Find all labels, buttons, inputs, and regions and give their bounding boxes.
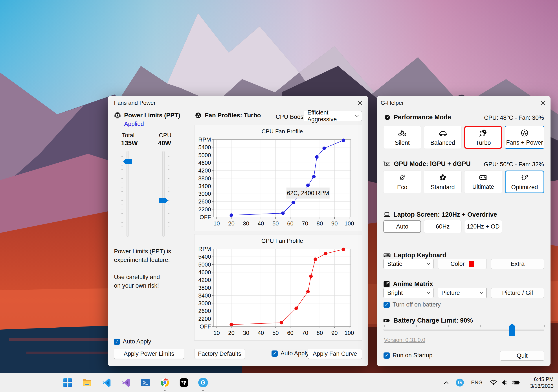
gpu-header-row: GPU Mode: iGPU + dGPU: [383, 160, 471, 167]
g-helper-running-indicator: [202, 390, 204, 391]
svg-text:10: 10: [213, 220, 220, 227]
tidal-icon[interactable]: [177, 376, 191, 389]
cpu-slider-thumb[interactable]: [159, 198, 168, 203]
battery-charging-icon[interactable]: [511, 378, 521, 387]
quit-button[interactable]: Quit: [500, 351, 544, 361]
auto-apply-fan-row: ✓ Auto Apply: [271, 350, 309, 357]
svg-text:4200: 4200: [198, 277, 211, 283]
fan-circle-icon: [520, 129, 529, 137]
cpu-boost-select[interactable]: Efficient Aggressive: [304, 111, 362, 121]
volume-icon[interactable]: [500, 378, 509, 387]
keyboard-header: Laptop Keyboard: [394, 252, 446, 259]
gpu-fan-chart[interactable]: GPU Fan Profile102030405060708090100OFF2…: [194, 234, 362, 340]
svg-text:70: 70: [302, 220, 308, 227]
screen-60hz-button[interactable]: 60Hz: [424, 220, 462, 233]
chrome-icon[interactable]: [158, 376, 171, 389]
version-link[interactable]: Version: 0.31.0.0: [384, 337, 425, 343]
auto-apply-power-checkbox[interactable]: ✓: [114, 339, 120, 345]
turn-off-on-battery-row: ✓ Turn off on battery: [384, 301, 441, 308]
gpu-mode-standard-button[interactable]: Standard: [424, 170, 462, 193]
fan-profiles-header-row: Fan Profiles: Turbo: [195, 112, 261, 119]
cpu-fan-chart[interactable]: CPU Fan Profile102030405060708090100OFF2…: [194, 125, 362, 231]
apply-power-limits-button[interactable]: Apply Power Limits: [114, 349, 184, 359]
g-helper-taskbar-icon[interactable]: G: [196, 376, 210, 389]
svg-text:2600: 2600: [198, 198, 211, 205]
file-explorer-icon[interactable]: [80, 376, 94, 389]
svg-text:40: 40: [258, 220, 264, 227]
keyboard-color-button[interactable]: Color: [438, 259, 487, 269]
g-helper-tray-logo: G: [456, 379, 464, 386]
svg-text:50: 50: [272, 220, 279, 227]
desktop: Fans and Power Power Limits (PPT) Applie…: [0, 0, 558, 392]
auto-apply-fan-checkbox[interactable]: ✓: [271, 350, 278, 357]
applied-link[interactable]: Applied: [124, 121, 144, 127]
performance-mode-silent-button[interactable]: Silent: [383, 126, 421, 149]
gpu-mode-optimized-button[interactable]: Optimized: [505, 170, 544, 193]
cpu-fan-chart-card: CPU Fan Profile102030405060708090100OFF2…: [194, 125, 362, 231]
svg-text:30: 30: [243, 330, 249, 336]
tray-chevron-up-icon[interactable]: [441, 378, 451, 387]
close-icon[interactable]: [538, 98, 548, 108]
tray-language[interactable]: ENG: [471, 379, 483, 386]
anime-brightness-select[interactable]: Bright: [384, 288, 434, 298]
anime-picture-gif-button[interactable]: Picture / Gif: [491, 288, 544, 298]
chrome-running-indicator: [164, 390, 166, 391]
color-button-label: Color: [450, 261, 465, 267]
performance-mode-balanced-button[interactable]: Balanced: [424, 126, 462, 149]
svg-text:4600: 4600: [198, 269, 211, 275]
ppt-note-2: Use carefully and on your own risk!: [114, 273, 160, 290]
keyboard-mode-select[interactable]: Static: [384, 259, 434, 269]
wifi-icon[interactable]: [489, 378, 498, 387]
run-on-startup-row: ✓ Run on Startup: [384, 352, 433, 359]
run-on-startup-checkbox[interactable]: ✓: [384, 352, 390, 359]
screen-auto-button[interactable]: Auto: [383, 220, 421, 233]
cpu-slider-track[interactable]: [162, 151, 165, 237]
visual-studio-icon[interactable]: [120, 376, 133, 389]
mode-label: Turbo: [475, 140, 491, 146]
anime-mode-select[interactable]: Picture: [438, 288, 487, 298]
chevron-down-icon: [355, 115, 359, 117]
apply-fan-curve-button[interactable]: Apply Fan Curve: [308, 349, 362, 359]
screen-header: Laptop Screen: 120Hz + Overdrive: [393, 211, 497, 218]
battery-icon: [383, 318, 390, 323]
g-helper-tray-icon[interactable]: G: [456, 379, 464, 386]
svg-text:10: 10: [213, 330, 220, 336]
turn-off-on-battery-label: Turn off on battery: [392, 301, 441, 308]
performance-mode-fans-power-button[interactable]: Fans + Power: [505, 126, 544, 149]
svg-text:3400: 3400: [198, 183, 211, 189]
cpu-temp-status: CPU: 48°C - Fan: 30%: [484, 115, 544, 121]
gpu-mode-eco-button[interactable]: Eco: [383, 170, 421, 193]
gpu-mode-ultimate-button[interactable]: Ultimate: [464, 170, 502, 193]
svg-text:3000: 3000: [198, 191, 211, 197]
factory-defaults-button[interactable]: Factory Defaults: [194, 349, 245, 359]
svg-text:GPU Fan Profile: GPU Fan Profile: [262, 238, 303, 244]
gpu-card-icon: [383, 161, 391, 167]
keyboard-extra-button[interactable]: Extra: [491, 259, 544, 269]
svg-text:70: 70: [302, 330, 308, 336]
performance-mode-turbo-button[interactable]: Turbo: [464, 126, 502, 149]
turn-off-on-battery-checkbox[interactable]: ✓: [384, 302, 390, 308]
chevron-down-icon: [480, 292, 483, 294]
battery-slider-ticks: [384, 325, 545, 327]
battery-slider-track[interactable]: [384, 329, 544, 331]
bulb-gear-icon: [520, 173, 529, 182]
mode-label: Optimized: [511, 184, 538, 191]
tray-time: 6:45 PM: [530, 376, 554, 383]
keyboard-icon: [383, 253, 391, 258]
powershell-icon[interactable]: [139, 376, 152, 389]
svg-text:3400: 3400: [198, 292, 211, 299]
svg-text:50: 50: [272, 330, 279, 336]
tray-clock[interactable]: 6:45 PM 3/18/2023: [530, 376, 554, 389]
svg-text:5000: 5000: [198, 261, 211, 268]
start-button[interactable]: [61, 376, 74, 389]
close-icon[interactable]: [355, 98, 365, 108]
auto-apply-power-row: ✓ Auto Apply: [114, 338, 151, 345]
power-limits-header-row: Power Limits (PPT): [114, 112, 180, 119]
battery-slider-thumb[interactable]: [509, 324, 515, 336]
total-slider-thumb[interactable]: [123, 159, 132, 164]
screen-120hz-od-button[interactable]: 120Hz + OD: [464, 220, 502, 233]
svg-text:5000: 5000: [198, 152, 211, 158]
vscode-icon[interactable]: [100, 376, 113, 389]
battery-header: Battery Charge Limit: 90%: [393, 317, 473, 324]
gamepad-icon: [479, 174, 488, 181]
